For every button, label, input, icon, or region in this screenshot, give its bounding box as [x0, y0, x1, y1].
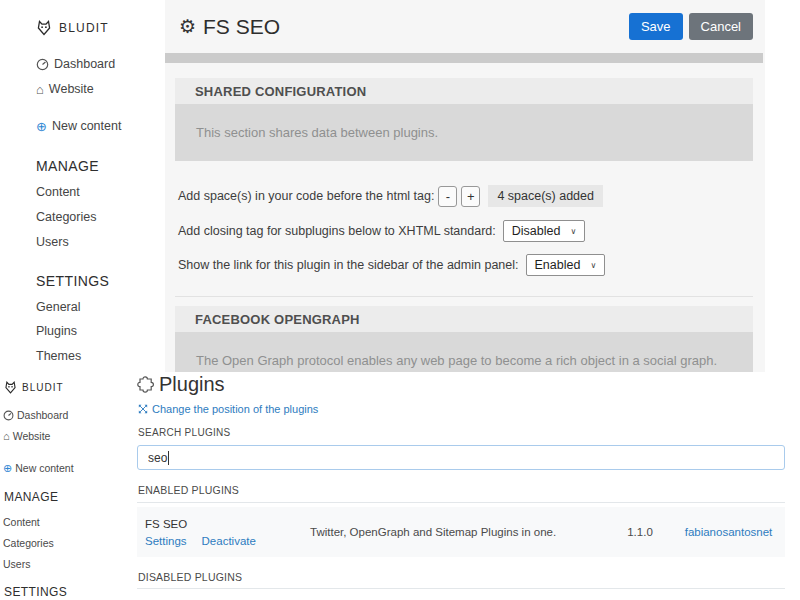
bludit-logo-icon: [4, 381, 17, 394]
horizontal-scrollbar[interactable]: [165, 53, 763, 63]
plugins-page-title: Plugins: [137, 373, 225, 396]
plugins-list-screen: BLUDIT Dashboard ⌂ Website ⊕ New content…: [0, 372, 800, 600]
plus-circle-icon: ⊕: [3, 463, 12, 474]
text-cursor: [168, 451, 169, 465]
chevron-down-icon: ∨: [590, 261, 596, 270]
brand-label: BLUDIT: [22, 382, 64, 393]
section-divider: [175, 296, 753, 297]
spaces-label: Add space(s) in your code before the htm…: [178, 189, 434, 203]
sidebar-item-general[interactable]: General: [36, 300, 80, 314]
plugin-row-fs-seo: FS SEO Settings Deactivate Twitter, Open…: [137, 507, 785, 557]
dashboard-icon: [3, 410, 14, 421]
sidebar-item-themes[interactable]: Themes: [36, 349, 81, 363]
sidebar-item-new-content[interactable]: ⊕ New content: [36, 119, 121, 133]
spaces-form-row: Add space(s) in your code before the htm…: [175, 185, 765, 207]
spaces-status-badge: 4 space(s) added: [488, 185, 603, 207]
xhtml-label: Add closing tag for subplugins below to …: [178, 224, 496, 238]
cancel-button[interactable]: Cancel: [689, 13, 753, 40]
disabled-plugins-heading: DISABLED PLUGINS: [138, 571, 242, 583]
facebook-opengraph-note: The Open Graph protocol enables any web …: [175, 332, 753, 373]
search-plugins-heading: SEARCH PLUGINS: [138, 427, 231, 438]
bludit-brand[interactable]: BLUDIT: [36, 20, 109, 36]
plugin-author-link[interactable]: fabianosantosnet: [685, 526, 773, 538]
sidebar-item-label: Website: [13, 430, 51, 442]
enabled-plugins-heading: ENABLED PLUGINS: [138, 484, 239, 496]
sidebar-item-label: Content: [3, 516, 40, 528]
sidebar-heading-settings: SETTINGS: [36, 273, 109, 289]
plugin-name: FS SEO: [145, 518, 310, 530]
admin-sidebar-label: Show the link for this plugin in the sid…: [178, 258, 519, 272]
dashboard-icon: [36, 58, 49, 71]
sidebar-item-dashboard[interactable]: Dashboard: [3, 409, 68, 421]
increase-spaces-button[interactable]: +: [461, 186, 480, 207]
sidebar-item-label: Categories: [3, 537, 54, 549]
save-button[interactable]: Save: [629, 13, 683, 40]
sidebar-item-website[interactable]: ⌂ Website: [3, 430, 50, 442]
sidebar-item-label: General: [36, 300, 80, 314]
facebook-opengraph-heading: FACEBOOK OPENGRAPH: [175, 306, 753, 332]
home-icon: ⌂: [36, 83, 44, 96]
select-value: Disabled: [512, 224, 561, 238]
sidebar-item-website[interactable]: ⌂ Website: [36, 82, 94, 96]
sidebar-item-label: Users: [36, 235, 69, 249]
page-title: Plugins: [159, 373, 225, 396]
sidebar-item-content[interactable]: Content: [36, 185, 80, 199]
sidebar-item-label: Categories: [36, 210, 96, 224]
sidebar-bottom: BLUDIT Dashboard ⌂ Website ⊕ New content…: [0, 372, 130, 600]
list-divider: [137, 502, 785, 503]
plugin-settings-header: ⚙ FS SEO Save Cancel: [165, 0, 765, 53]
xhtml-standard-select[interactable]: Disabled ∨: [503, 220, 586, 242]
sidebar-item-label: Dashboard: [17, 409, 68, 421]
plugin-name-cell: FS SEO Settings Deactivate: [145, 518, 310, 547]
home-icon: ⌂: [3, 431, 10, 442]
plus-circle-icon: ⊕: [36, 120, 47, 133]
change-position-link[interactable]: Change the position of the plugins: [138, 403, 318, 415]
sidebar-item-label: Users: [3, 558, 30, 570]
admin-sidebar-link-select[interactable]: Enabled ∨: [526, 254, 606, 276]
page-title: FS SEO: [203, 15, 280, 39]
select-value: Enabled: [535, 258, 581, 272]
shared-configuration-note: This section shares data between plugins…: [175, 104, 753, 161]
sidebar-heading-manage: MANAGE: [4, 490, 58, 504]
link-label: Change the position of the plugins: [152, 403, 318, 415]
plugin-deactivate-link[interactable]: Deactivate: [202, 535, 256, 547]
plugin-settings-content: SHARED CONFIGURATION This section shares…: [165, 63, 765, 373]
sidebar-item-label: Themes: [36, 349, 81, 363]
sidebar-item-users[interactable]: Users: [3, 558, 30, 570]
search-plugins-input[interactable]: [137, 445, 785, 470]
sidebar-item-label: Plugins: [36, 324, 77, 338]
decrease-spaces-button[interactable]: -: [438, 186, 457, 207]
sidebar-item-label: Content: [36, 185, 80, 199]
plugin-author-cell: fabianosantosnet: [680, 526, 777, 538]
sidebar-heading-manage: MANAGE: [36, 158, 99, 174]
fs-seo-settings-screen: BLUDIT Dashboard ⌂ Website ⊕ New content…: [0, 0, 800, 373]
gear-icon: ⚙: [179, 15, 196, 38]
plugin-description: Twitter, OpenGraph and Sitemap Plugins i…: [310, 526, 600, 538]
sidebar-item-label: Dashboard: [54, 57, 115, 71]
list-divider: [137, 588, 785, 589]
plugins-list-main: Plugins Change the position of the plugi…: [137, 372, 785, 600]
sidebar-top: BLUDIT Dashboard ⌂ Website ⊕ New content…: [0, 0, 165, 373]
sidebar-item-label: Website: [49, 82, 94, 96]
chevron-down-icon: ∨: [570, 227, 576, 236]
sidebar-item-new-content[interactable]: ⊕ New content: [3, 462, 74, 474]
admin-sidebar-form-row: Show the link for this plugin in the sid…: [175, 254, 765, 276]
plugin-settings-link[interactable]: Settings: [145, 535, 187, 547]
xhtml-form-row: Add closing tag for subplugins below to …: [175, 220, 765, 242]
sidebar-item-plugins[interactable]: Plugins: [36, 324, 77, 338]
bludit-logo-icon: [36, 20, 52, 36]
sidebar-item-content[interactable]: Content: [3, 516, 40, 528]
plugin-settings-main: ⚙ FS SEO Save Cancel SHARED CONFIGURATIO…: [165, 0, 765, 373]
shared-configuration-heading: SHARED CONFIGURATION: [175, 78, 753, 104]
sidebar-item-dashboard[interactable]: Dashboard: [36, 57, 115, 71]
sidebar-item-label: New content: [52, 119, 121, 133]
sidebar-item-categories[interactable]: Categories: [3, 537, 54, 549]
brand-label: BLUDIT: [59, 21, 109, 35]
bludit-brand[interactable]: BLUDIT: [4, 381, 64, 394]
sidebar-item-label: New content: [15, 462, 73, 474]
sidebar-item-users[interactable]: Users: [36, 235, 69, 249]
plugin-version: 1.1.0: [600, 526, 680, 538]
arrows-move-icon: [138, 404, 148, 414]
sidebar-item-categories[interactable]: Categories: [36, 210, 96, 224]
sidebar-heading-settings: SETTINGS: [4, 585, 67, 599]
